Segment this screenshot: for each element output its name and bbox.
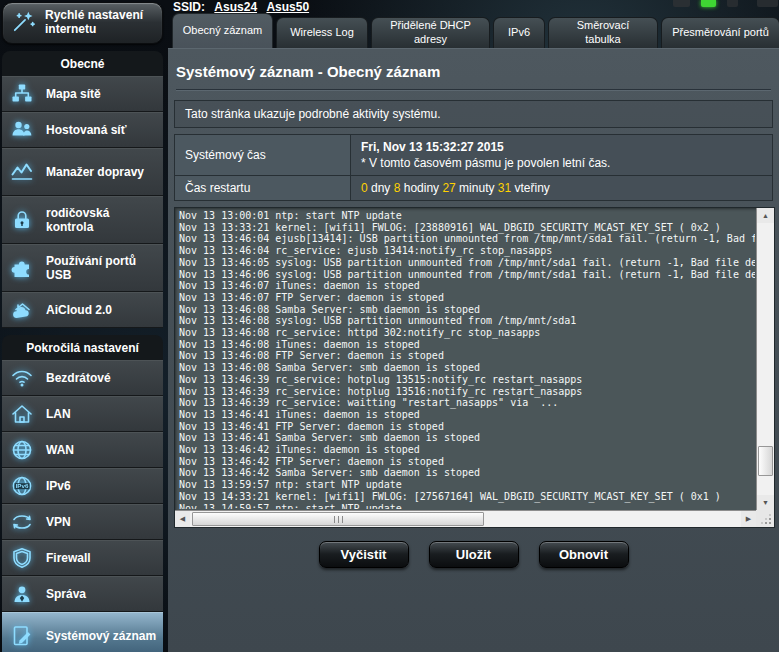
horizontal-scrollbar-thumb[interactable]	[192, 512, 484, 526]
save-button[interactable]: Uložit	[429, 541, 519, 568]
admin-icon	[6, 582, 38, 606]
scroll-right-arrow-icon[interactable]: ▶	[741, 511, 756, 527]
sidebar-item-wireless[interactable]: Bezdrátové	[2, 360, 163, 396]
router-admin-page: Rychlé nastavení internetu Obecné Mapa s…	[0, 0, 779, 652]
page-description: Tato stránka ukazuje podrobné aktivity s…	[174, 100, 773, 128]
wifi-status-icon[interactable]	[727, 0, 738, 7]
sidebar-item-label: IPv6	[46, 479, 71, 493]
resize-grip-dots-icon	[769, 522, 771, 524]
tab-port-forwarding[interactable]: Přesměrování portů	[661, 17, 779, 48]
ssid-row: SSID: Asus24 Asus50	[173, 0, 309, 14]
sidebar-item-label: Mapa sítě	[46, 87, 101, 101]
wireless-icon	[6, 366, 38, 390]
sidebar-item-label: Firewall	[46, 551, 91, 565]
action-buttons: Vyčistit Uložit Obnovit	[174, 541, 773, 568]
system-time-value: Fri, Nov 13 15:32:27 2015 * V tomto časo…	[351, 135, 773, 176]
system-time-label: Systémový čas	[175, 135, 351, 176]
sidebar-menu-general: Mapa sítě Hostovaná síť Manažer dopravy …	[2, 76, 163, 328]
page-title: Systémový záznam - Obecný záznam	[176, 63, 771, 90]
system-log-textarea[interactable]: Nov 13 13:00:01 ntp: start NTP update No…	[174, 207, 775, 528]
resize-grip[interactable]	[756, 510, 774, 527]
sidebar-item-traffic-manager[interactable]: Manažer dopravy	[2, 148, 163, 196]
tab-ipv6[interactable]: IPv6	[493, 17, 545, 48]
system-time-datetime: Fri, Nov 13 15:32:27 2015	[361, 140, 762, 154]
tab-general-log[interactable]: Obecný záznam	[172, 13, 273, 48]
ssid-link-asus24[interactable]: Asus24	[214, 0, 257, 14]
main-area: SSID: Asus24 Asus50 Obecný záznam Wirele…	[168, 0, 779, 652]
quick-setup-label: Rychlé nastavení internetu	[45, 9, 154, 37]
network-map-icon	[6, 82, 38, 106]
clear-button[interactable]: Vyčistit	[319, 541, 409, 568]
content-panel: Systémový záznam - Obecný záznam Tato st…	[168, 48, 779, 652]
sidebar-item-aicloud[interactable]: AiCloud 2.0	[2, 292, 163, 328]
system-log-icon	[6, 624, 38, 648]
reboot-icon[interactable]	[757, 0, 778, 7]
log-text: Nov 13 13:00:01 ntp: start NTP update No…	[176, 209, 755, 509]
scroll-up-arrow-icon[interactable]: ▲	[757, 208, 774, 223]
tab-wireless-log[interactable]: Wireless Log	[276, 17, 368, 48]
sidebar-item-administration[interactable]: Správa	[2, 576, 163, 612]
sidebar-item-label: Hostovaná síť	[46, 123, 126, 137]
lan-status-icon[interactable]	[701, 0, 716, 7]
sidebar-item-label: Používání portů USB	[46, 254, 159, 282]
sidebar-item-firewall[interactable]: Firewall	[2, 540, 163, 576]
ipv6-icon: IPv6	[6, 474, 38, 498]
sidebar-item-label: LAN	[46, 407, 71, 421]
table-row: Systémový čas Fri, Nov 13 15:32:27 2015 …	[175, 135, 773, 176]
sidebar-item-label: Manažer dopravy	[46, 165, 144, 179]
firewall-icon	[6, 546, 38, 570]
system-info-table: Systémový čas Fri, Nov 13 15:32:27 2015 …	[174, 134, 773, 201]
wan-icon	[6, 438, 38, 462]
vertical-scrollbar[interactable]: ▲ ▼	[756, 208, 774, 510]
sidebar-item-label: Bezdrátové	[46, 371, 111, 385]
sidebar: Rychlé nastavení internetu Obecné Mapa s…	[0, 0, 166, 652]
sidebar-item-usb-application[interactable]: Používání portů USB	[2, 244, 163, 292]
sidebar-item-label: Systémový záznam	[46, 629, 156, 643]
sidebar-menu-advanced: Bezdrátové LAN WAN IPv6 IPv6	[2, 360, 163, 652]
sidebar-item-label: AiCloud 2.0	[46, 303, 112, 317]
ssid-label: SSID:	[173, 0, 205, 14]
tab-routing-table[interactable]: Směrovací tabulka	[548, 17, 658, 48]
parental-control-icon	[6, 208, 38, 232]
vpn-icon	[6, 510, 38, 534]
dst-note: * V tomto časovém pásmu je povolen letní…	[361, 156, 762, 170]
quick-internet-setup-button[interactable]: Rychlé nastavení internetu	[2, 2, 163, 44]
guest-network-icon	[6, 118, 38, 142]
lan-icon	[6, 402, 38, 426]
sidebar-item-label: rodičovská kontrola	[46, 206, 159, 234]
tab-dhcp-leases[interactable]: Přidělené DHCP adresy	[371, 17, 490, 48]
horizontal-scrollbar[interactable]: ◀ ▶	[175, 510, 756, 527]
vertical-scrollbar-thumb[interactable]	[758, 446, 773, 476]
notification-icon[interactable]	[673, 0, 690, 7]
usb-ports-icon	[6, 256, 38, 280]
sidebar-item-network-map[interactable]: Mapa sítě	[2, 76, 163, 112]
sidebar-item-parental-control[interactable]: rodičovská kontrola	[2, 196, 163, 244]
sidebar-item-vpn[interactable]: VPN	[2, 504, 163, 540]
aicloud-icon	[6, 298, 38, 322]
sidebar-item-label: VPN	[46, 515, 71, 529]
sidebar-item-wan[interactable]: WAN	[2, 432, 163, 468]
sidebar-section-advanced: Pokročilá nastavení	[2, 335, 163, 360]
uptime-value: 0 dny 8 hodiny 27 minuty 31 vteřiny	[361, 181, 550, 195]
traffic-manager-icon	[6, 160, 38, 184]
sidebar-item-system-log[interactable]: Systémový záznam	[2, 612, 163, 652]
sidebar-item-label: Správa	[46, 587, 86, 601]
sidebar-item-guest-network[interactable]: Hostovaná síť	[2, 112, 163, 148]
sidebar-section-general: Obecné	[2, 51, 163, 76]
ssid-link-asus50[interactable]: Asus50	[266, 0, 309, 14]
table-row: Čas restartu 0 dny 8 hodiny 27 minuty 31…	[175, 176, 773, 201]
scroll-left-arrow-icon[interactable]: ◀	[175, 511, 190, 527]
tab-bar: Obecný záznam Wireless Log Přidělené DHC…	[172, 13, 779, 48]
uptime-label: Čas restartu	[175, 176, 351, 201]
magic-wand-icon	[11, 8, 37, 38]
sidebar-item-ipv6[interactable]: IPv6 IPv6	[2, 468, 163, 504]
sidebar-item-lan[interactable]: LAN	[2, 396, 163, 432]
sidebar-item-label: WAN	[46, 443, 74, 457]
scrollbar-grip-icon	[334, 516, 343, 523]
scroll-down-arrow-icon[interactable]: ▼	[757, 495, 774, 510]
refresh-button[interactable]: Obnovit	[539, 541, 629, 568]
svg-text:IPv6: IPv6	[16, 482, 29, 489]
